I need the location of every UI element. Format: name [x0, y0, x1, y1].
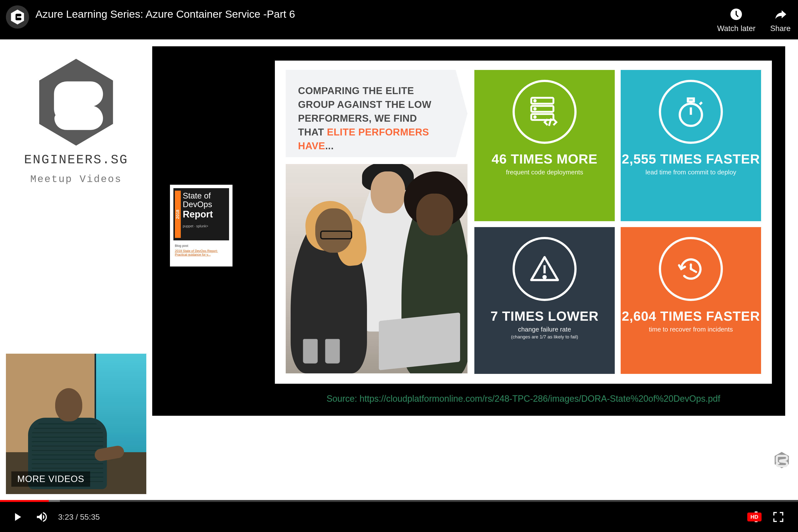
tile-tiny: (changes are 1/7 as likely to fail) — [511, 334, 578, 340]
progress-played — [0, 500, 49, 502]
tile-small: frequent code deployments — [506, 169, 583, 176]
brand-title: ENGINEERS.SG — [24, 153, 128, 167]
watch-later-label: Watch later — [717, 24, 756, 33]
time-display: 3:23 / 55:35 — [58, 513, 100, 522]
tile-big: 46 TIMES MORE — [492, 151, 597, 167]
channel-avatar[interactable] — [6, 5, 29, 28]
watch-later-button[interactable]: Watch later — [717, 7, 756, 33]
svg-marker-0 — [11, 10, 24, 25]
more-videos-button[interactable]: MORE VIDEOS — [11, 471, 90, 487]
presentation-slide: 2018 State of DevOps Report puppet · spl… — [152, 46, 785, 416]
warning-triangle-icon — [513, 237, 576, 301]
video-titlebar: Azure Learning Series: Azure Container S… — [0, 0, 798, 39]
progress-bar[interactable] — [0, 500, 798, 502]
clock-icon — [729, 7, 743, 21]
svg-point-3 — [534, 100, 536, 101]
share-arrow-icon — [774, 7, 787, 21]
devops-blog-link: 2018 State of DevOps Report: Practical g… — [175, 249, 228, 256]
tile-big: 2,555 TIMES FASTER — [622, 151, 760, 167]
svg-point-5 — [534, 108, 536, 110]
svg-rect-11 — [688, 98, 694, 101]
play-button[interactable] — [5, 505, 30, 529]
current-time: 3:23 — [58, 513, 73, 521]
tile-deployments: 46 TIMES MORE frequent code deployments — [474, 70, 615, 221]
devops-line1: State of — [183, 192, 226, 200]
tile-small: lead time from commit to deploy — [646, 169, 736, 176]
server-code-icon — [513, 80, 576, 144]
volume-icon — [35, 510, 49, 524]
dora-infographic: COMPARING THE ELITE GROUP AGAINST THE LO… — [275, 61, 772, 384]
devops-year-badge: 2018 — [175, 191, 181, 238]
infographic-heading: COMPARING THE ELITE GROUP AGAINST THE LO… — [286, 70, 456, 157]
infographic-photo — [286, 164, 468, 374]
time-separator: / — [73, 513, 80, 521]
tile-failure-rate: 7 TIMES LOWER change failure rate (chang… — [474, 227, 615, 374]
share-button[interactable]: Share — [770, 7, 791, 33]
hd-badge: HD — [747, 513, 762, 521]
stopwatch-icon — [659, 80, 723, 144]
svg-line-18 — [691, 269, 696, 272]
player-controls: 3:23 / 55:35 HD — [0, 500, 798, 532]
video-title: Azure Learning Series: Azure Container S… — [36, 5, 717, 21]
play-icon — [11, 510, 24, 524]
engineers-sg-panel: ENGINEERS.SG Meetup Videos MORE VIDEOS — [0, 39, 152, 500]
devops-report-card: 2018 State of DevOps Report puppet · spl… — [170, 185, 232, 266]
devops-line2: DevOps — [183, 200, 226, 209]
theater-mode-button[interactable] — [766, 505, 791, 529]
volume-button[interactable] — [30, 505, 54, 529]
tile-small: time to recover from incidents — [649, 326, 733, 333]
video-stage: ENGINEERS.SG Meetup Videos MORE VIDEOS 2… — [0, 39, 798, 500]
theater-icon — [772, 510, 785, 524]
brand-subtitle: Meetup Videos — [30, 174, 122, 185]
share-label: Share — [770, 24, 791, 33]
devops-brands: puppet · splunk> — [183, 224, 226, 228]
svg-line-13 — [700, 102, 702, 104]
duration: 55:35 — [80, 513, 100, 521]
tile-small: change failure rate — [518, 326, 571, 333]
speaker-pip: MORE VIDEOS — [6, 354, 146, 494]
devops-line3: Report — [183, 209, 226, 220]
source-citation: Source: https://cloudplatformonline.com/… — [275, 394, 772, 404]
restore-clock-icon — [659, 237, 723, 301]
devops-blogpost-label: Blog post — [175, 244, 228, 248]
tile-big: 7 TIMES LOWER — [490, 308, 598, 324]
heading-ellipsis: ... — [325, 140, 334, 151]
tile-recovery: 2,604 TIMES FASTER time to recover from … — [621, 227, 761, 374]
channel-watermark-icon[interactable] — [773, 451, 791, 469]
svg-point-16 — [544, 276, 546, 278]
hex-e-icon — [10, 9, 25, 25]
tile-big: 2,604 TIMES FASTER — [622, 308, 760, 324]
engineers-sg-logo-icon — [32, 57, 120, 148]
settings-button[interactable]: HD — [746, 510, 766, 524]
svg-point-7 — [534, 116, 536, 118]
tile-leadtime: 2,555 TIMES FASTER lead time from commit… — [621, 70, 761, 221]
